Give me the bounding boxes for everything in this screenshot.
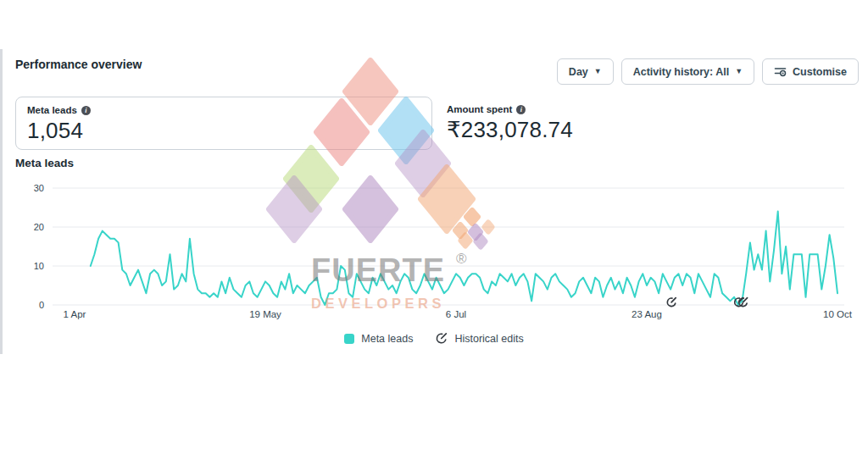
legend-item-historical-edits[interactable]: Historical edits [435, 332, 523, 345]
metric-value: ₹233,078.74 [447, 117, 573, 143]
svg-text:0: 0 [39, 300, 44, 310]
svg-text:10: 10 [34, 261, 44, 271]
day-dropdown-label: Day [569, 66, 588, 78]
metric-label: Amount spent [447, 104, 512, 114]
info-icon[interactable]: i [81, 106, 91, 115]
legend-item-meta-leads[interactable]: Meta leads [344, 333, 413, 345]
metric-label: Meta leads [27, 105, 77, 115]
svg-text:6 Jul: 6 Jul [446, 309, 466, 319]
chart-title: Meta leads [15, 157, 74, 169]
chevron-down-icon: ▼ [735, 68, 743, 75]
info-icon[interactable]: i [516, 105, 526, 114]
toolbar: Day ▼ Activity history: All ▼ Customise [557, 58, 859, 85]
series-swatch-icon [344, 334, 354, 344]
activity-history-dropdown[interactable]: Activity history: All ▼ [621, 58, 754, 85]
metric-card-meta-leads[interactable]: Meta leads i 1,054 [15, 97, 432, 150]
page-title: Performance overview [15, 58, 142, 71]
customise-sliders-icon [774, 65, 787, 78]
customise-button[interactable]: Customise [762, 58, 859, 85]
chart-legend: Meta leads Historical edits [0, 332, 868, 345]
svg-text:1 Apr: 1 Apr [64, 309, 86, 319]
svg-text:20: 20 [34, 222, 44, 232]
day-dropdown[interactable]: Day ▼ [557, 58, 614, 85]
svg-text:19 May: 19 May [249, 309, 281, 319]
legend-label: Historical edits [454, 333, 523, 345]
svg-text:30: 30 [34, 183, 44, 193]
metric-value: 1,054 [27, 118, 431, 144]
activity-history-label: Activity history: All [633, 66, 729, 78]
metric-card-amount-spent[interactable]: Amount spent i ₹233,078.74 [447, 104, 573, 143]
customise-label: Customise [793, 66, 847, 78]
historical-edit-icon [435, 332, 448, 345]
svg-text:23 Aug: 23 Aug [632, 309, 662, 319]
meta-leads-chart: 01020301 Apr19 May6 Jul23 Aug10 Oct [0, 178, 868, 329]
legend-label: Meta leads [361, 333, 413, 345]
svg-text:10 Oct: 10 Oct [823, 309, 853, 319]
chevron-down-icon: ▼ [594, 68, 602, 75]
